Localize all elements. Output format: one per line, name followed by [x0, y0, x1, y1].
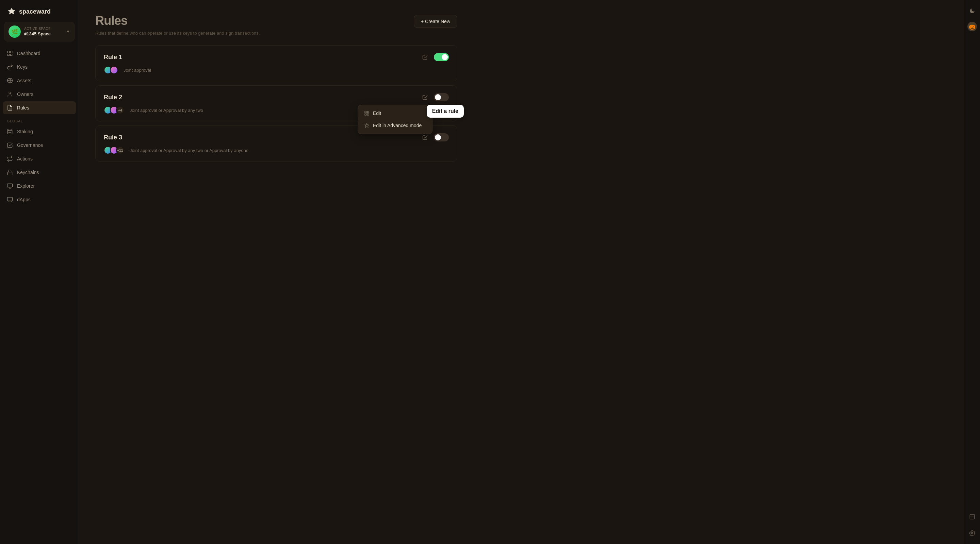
rule-2-controls	[420, 92, 449, 102]
sidebar-item-label-actions: Actions	[17, 156, 33, 162]
sidebar-item-keys[interactable]: Keys	[3, 60, 76, 73]
rule-1-controls	[420, 52, 449, 62]
dropdown-edit-label: Edit	[373, 111, 381, 116]
rule-2-name: Rule 2	[104, 94, 122, 101]
space-avatar: 🌿	[8, 25, 21, 38]
svg-rect-9	[8, 172, 12, 175]
sidebar-item-label-assets: Assets	[17, 78, 31, 83]
svg-rect-19	[367, 111, 369, 113]
space-info: Active Space #1345 Space	[24, 27, 51, 36]
svg-rect-13	[8, 197, 13, 201]
sidebar-item-governance[interactable]: Governance	[3, 139, 76, 152]
sidebar-item-explorer[interactable]: Explorer	[3, 179, 76, 192]
sidebar-item-assets[interactable]: Assets	[3, 74, 76, 87]
sidebar-item-label-rules: Rules	[17, 105, 29, 111]
space-name: #1345 Space	[24, 31, 51, 36]
svg-rect-21	[367, 114, 369, 115]
sidebar-item-keychains[interactable]: Keychains	[3, 166, 76, 179]
rule-2-dropdown-menu: Edit Edit in Advanced mode	[358, 105, 433, 134]
rule-3-avatar-group: +11	[104, 146, 124, 154]
rule-3-header: Rule 3	[104, 133, 449, 142]
rule-1-edit-button[interactable]	[420, 52, 430, 62]
logo-icon	[7, 7, 16, 16]
rule-2-header: Rule 2	[104, 92, 449, 102]
space-selector[interactable]: 🌿 Active Space #1345 Space ▼	[4, 22, 75, 41]
rule-3-avatars: +11 Joint approval or Approval by any tw…	[104, 146, 449, 154]
svg-point-8	[8, 129, 12, 131]
sidebar-item-rules[interactable]: Rules	[3, 102, 76, 114]
rule-2-avatar-group: +4	[104, 106, 124, 114]
sidebar-item-staking[interactable]: Staking	[3, 125, 76, 138]
sidebar: spaceward 🌿 Active Space #1345 Space ▼ D…	[0, 0, 79, 272]
svg-rect-20	[365, 114, 366, 115]
rule-2-toggle[interactable]	[434, 93, 449, 102]
rule-2-avatar-badge: +4	[116, 106, 124, 114]
sidebar-item-label-dashboard: Dashboard	[17, 51, 40, 56]
rule-3-avatar-badge: +11	[116, 146, 124, 154]
logo-area[interactable]: spaceward	[0, 0, 79, 22]
svg-rect-3	[11, 54, 12, 56]
svg-rect-10	[8, 184, 13, 187]
sidebar-item-label-staking: Staking	[17, 129, 33, 134]
rule-3-name: Rule 3	[104, 134, 122, 141]
rule-2-edit-button[interactable]	[420, 92, 430, 102]
svg-rect-0	[8, 51, 9, 53]
app-name: spaceward	[19, 8, 51, 15]
rule-3-description: Joint approval or Approval by any two or…	[130, 148, 248, 153]
dropdown-edit-advanced-label: Edit in Advanced mode	[373, 123, 422, 128]
rule-3-controls	[420, 133, 449, 142]
rule-1-avatars: Joint approval	[104, 66, 449, 74]
page-subtitle: Rules that define who can operate or use…	[95, 30, 457, 36]
create-new-button[interactable]: + Create New	[414, 15, 457, 28]
svg-point-5	[9, 92, 11, 94]
rule-1-header: Rule 1	[104, 52, 449, 62]
rule-1-avatar-group	[104, 66, 118, 74]
rule-1-name: Rule 1	[104, 54, 122, 61]
rule-2-description: Joint approval or Approval by any two	[130, 108, 203, 113]
rule-3-edit-button[interactable]	[420, 133, 430, 142]
rule-1-toggle[interactable]	[434, 53, 449, 61]
main-content: Rules + Create New Rules that define who…	[79, 0, 474, 272]
sidebar-item-label-keychains: Keychains	[17, 170, 39, 175]
sidebar-item-owners[interactable]: Owners	[3, 88, 76, 101]
page-header: Rules + Create New	[95, 14, 457, 28]
page-title: Rules	[95, 14, 127, 28]
svg-rect-2	[8, 54, 9, 56]
sidebar-item-dapps[interactable]: dApps	[3, 193, 76, 206]
sidebar-item-dashboard[interactable]: Dashboard	[3, 47, 76, 60]
sidebar-item-label-explorer: Explorer	[17, 183, 35, 189]
space-chevron-icon: ▼	[66, 29, 70, 34]
dropdown-edit-item[interactable]: Edit	[360, 107, 430, 119]
edit-rule-tooltip: Edit a rule	[427, 105, 464, 117]
svg-rect-18	[365, 111, 366, 113]
rule-3-toggle[interactable]	[434, 133, 449, 141]
rule-1-description: Joint approval	[124, 68, 151, 73]
sidebar-item-label-keys: Keys	[17, 64, 27, 70]
global-section-label: Global	[3, 115, 76, 125]
rule-card-2: Rule 2 +4 Joint approval or Approval by …	[95, 85, 457, 121]
svg-rect-1	[11, 51, 12, 53]
sidebar-item-label-governance: Governance	[17, 143, 43, 148]
rule-card-1: Rule 1 Joint approval	[95, 45, 457, 81]
sidebar-item-actions[interactable]: Actions	[3, 152, 76, 165]
dropdown-edit-advanced-item[interactable]: Edit in Advanced mode	[360, 119, 430, 132]
sidebar-item-label-owners: Owners	[17, 92, 33, 97]
svg-rect-14	[8, 201, 12, 202]
space-label: Active Space	[24, 27, 51, 30]
avatar-circle	[110, 66, 118, 74]
nav-section-main: Dashboard Keys Assets Owners Rules Globa…	[0, 47, 79, 272]
sidebar-item-label-dapps: dApps	[17, 197, 30, 202]
